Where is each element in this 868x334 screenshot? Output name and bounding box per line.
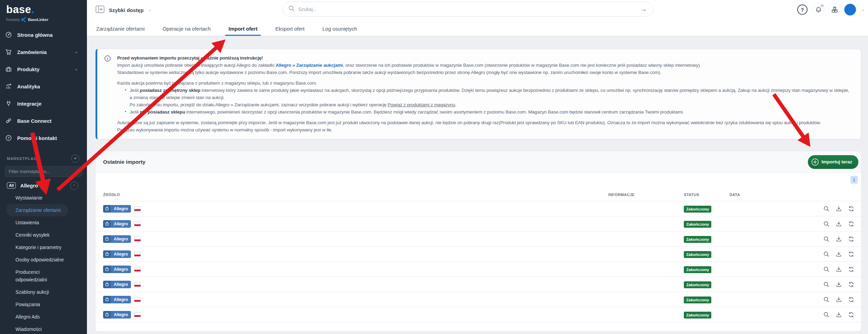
sidebar-item-produkty[interactable]: Produkty ⌄ (0, 61, 87, 78)
row-download-icon[interactable] (835, 296, 843, 303)
status-badge: Zakończony (684, 236, 711, 243)
sidebar-item-kategorie-i-parametry[interactable]: Kategorie i parametry (0, 241, 73, 254)
poland-flag-icon (134, 252, 141, 257)
search-submit-arrow-icon[interactable]: → (637, 5, 650, 13)
chevron-down-icon[interactable]: ⌄ (861, 8, 865, 11)
row-download-icon[interactable] (835, 250, 843, 258)
row-refresh-icon[interactable] (847, 220, 855, 228)
allegro-source-badge: Allegro (103, 235, 131, 243)
bullet-no-shop: Jeśli nie posiadasz sklepu internetowego… (125, 108, 853, 116)
bullet-external-shop: Jeśli posiadasz zewnętrzny sklep interne… (125, 87, 853, 108)
row-download-icon[interactable] (835, 205, 843, 213)
instructions-paragraph: Podczas wykonywania importu można używać… (117, 126, 853, 133)
sidebar-item-integracje[interactable]: Integracje (0, 95, 87, 112)
marketplace-section-label: MARKETPLACE (7, 157, 40, 161)
sidebar-item-strona-glowna[interactable]: Strona główna (0, 26, 87, 43)
instructions-paragraph: Każda aukcja powinna być powiązana z pro… (117, 79, 853, 87)
status-badge: Zakończony (684, 221, 711, 228)
sidebar-item-base-connect[interactable]: Base Connect (0, 112, 87, 129)
table-row: Allegro Zakończony (96, 262, 861, 277)
sidebar-item-ustawienia[interactable]: Ustawienia (0, 216, 73, 229)
bag-icon (103, 296, 111, 303)
row-search-icon[interactable] (823, 250, 830, 258)
marketplace-filter-input[interactable] (5, 166, 82, 177)
row-refresh-icon[interactable] (847, 311, 855, 319)
bag-icon (103, 235, 111, 243)
sidebar-item-pomoc-i-kontakt[interactable]: ? Pomoc i kontakt (0, 129, 87, 147)
help-button[interactable]: ? (797, 4, 808, 15)
import-now-button[interactable]: Importuj teraz (808, 155, 858, 169)
sidebar-item-powiazania[interactable]: Powiązania (0, 298, 73, 311)
sidebar-item-analityka[interactable]: Analityka (0, 78, 87, 95)
formerly-label: Formerly (6, 18, 20, 22)
search-input[interactable] (298, 7, 637, 12)
row-search-icon[interactable] (823, 311, 830, 319)
tab-operacje-na-ofertach[interactable]: Operacje na ofertach (163, 21, 211, 36)
notification-dot (821, 4, 824, 7)
instructions-title: Przed wykonaniem importu przeczytaj uważ… (117, 54, 853, 62)
svg-text:?: ? (8, 136, 10, 140)
link-icon (5, 117, 12, 125)
row-download-icon[interactable] (835, 311, 843, 319)
bag-icon (103, 311, 111, 319)
poland-flag-icon (134, 312, 141, 317)
row-refresh-icon[interactable] (847, 281, 855, 288)
row-search-icon[interactable] (823, 235, 830, 243)
column-data: DATA (730, 193, 861, 197)
tab-zarzadzanie-ofertami[interactable]: Zarządzanie ofertami (96, 21, 145, 36)
bag-icon (103, 250, 111, 258)
allegro-source-badge: Allegro (103, 205, 131, 213)
row-search-icon[interactable] (823, 281, 830, 288)
sidebar-item-zarzadzanie-ofertami[interactable]: Zarządzanie ofertami (6, 204, 68, 216)
row-search-icon[interactable] (823, 220, 830, 228)
page-number[interactable]: 1 (850, 176, 858, 184)
row-refresh-icon[interactable] (847, 235, 855, 243)
products-icon (5, 65, 12, 73)
sidebar-item-wystawianie[interactable]: Wystawianie (0, 192, 73, 204)
instructions-bullets: Jeśli posiadasz zewnętrzny sklep interne… (125, 87, 853, 116)
table-row: Allegro Zakończony (96, 292, 861, 307)
collapse-allegro-icon[interactable]: ⌃ (70, 182, 78, 190)
row-download-icon[interactable] (835, 220, 843, 228)
status-badge: Zakończony (684, 266, 711, 273)
row-download-icon[interactable] (835, 235, 843, 243)
tab-import-ofert[interactable]: Import ofert (229, 21, 257, 36)
clear-filter-icon[interactable]: × (76, 169, 79, 174)
status-badge: Zakończony (684, 297, 711, 303)
row-download-icon[interactable] (835, 281, 843, 288)
row-search-icon[interactable] (823, 205, 830, 213)
sidebar: base. Formerly BaseLinker Strona główna … (0, 0, 87, 334)
powiaz-z-produktami-link[interactable]: Powiąż z produktami z magazynu (388, 102, 455, 107)
column-status: STATUS (684, 193, 730, 197)
sidebar-item-osoby-odpowiedzialne[interactable]: Osoby odpowiedzialne (0, 254, 73, 266)
sidebar-item-wiadomosci[interactable]: Wiadomości (0, 323, 73, 334)
row-download-icon[interactable] (835, 266, 843, 273)
allegro-all-badge: All (7, 182, 16, 188)
quick-access-button[interactable]: Szybki dostęp (109, 7, 144, 13)
marketplace-allegro[interactable]: All Allegro ⌃ (7, 182, 87, 188)
apps-button[interactable] (828, 3, 841, 16)
main-menu: Strona główna Zamówienia ⌄ Produkty ⌄ An… (0, 26, 87, 147)
user-avatar[interactable] (844, 4, 856, 15)
row-refresh-icon[interactable] (847, 266, 855, 273)
row-refresh-icon[interactable] (847, 250, 855, 258)
search-icon (288, 5, 295, 13)
tab-log-usunietych[interactable]: Log usuniętych (322, 21, 357, 36)
sidebar-item-szablony-aukcji[interactable]: Szablony aukcji (0, 286, 73, 298)
status-badge: Zakończony (684, 251, 711, 258)
row-search-icon[interactable] (823, 266, 830, 273)
notifications-button[interactable] (812, 3, 825, 16)
row-search-icon[interactable] (823, 296, 830, 303)
row-refresh-icon[interactable] (847, 296, 855, 303)
tab-eksport-ofert[interactable]: Eksport ofert (275, 21, 304, 36)
sidebar-item-allegro-ads[interactable]: Allegro Ads (0, 311, 73, 323)
add-marketplace-button[interactable]: + (71, 154, 79, 163)
table-row: Allegro Zakończony (96, 201, 861, 216)
collapse-sidebar-icon[interactable] (96, 6, 104, 14)
sidebar-item-producenci-odpowiedzialni[interactable]: Producenci odpowiedzialni (0, 266, 73, 286)
allegro-zarzadzanie-aukcjami-link[interactable]: Allegro » Zarządzanie aukcjami (276, 63, 343, 68)
sidebar-item-zamowienia[interactable]: Zamówienia ⌄ (0, 43, 87, 61)
instructions-paragraph: Aukcje które są już zapisane w systemie,… (117, 119, 853, 126)
sidebar-item-cenniki-wysylek[interactable]: Cenniki wysyłek (0, 229, 73, 241)
row-refresh-icon[interactable] (847, 205, 855, 213)
